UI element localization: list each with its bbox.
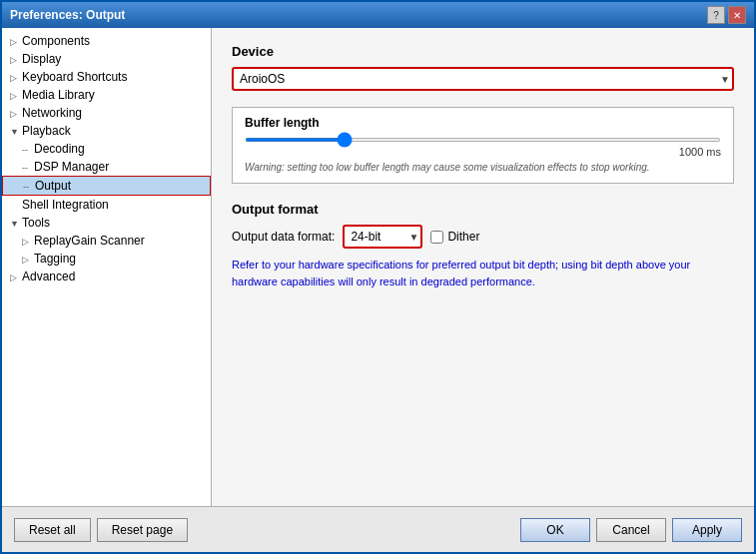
bottom-left-buttons: Reset all Reset page	[14, 518, 188, 542]
output-data-format-label: Output data format:	[232, 230, 335, 244]
buffer-section-title: Buffer length	[245, 116, 721, 130]
sidebar: ▷Components ▷Display ▷Keyboard Shortcuts…	[2, 28, 212, 506]
output-format-section: Output format Output data format: 16-bit…	[232, 202, 734, 289]
sidebar-item-media-library[interactable]: ▷Media Library	[2, 86, 211, 104]
close-button[interactable]: ✕	[728, 6, 746, 24]
output-format-title: Output format	[232, 202, 734, 217]
sidebar-item-output[interactable]: --Output	[2, 176, 211, 196]
main-panel: Device AroioOS ▼ Buffer length 1000 ms W…	[212, 28, 754, 506]
format-dropdown[interactable]: 16-bit 24-bit 32-bit	[343, 225, 422, 249]
window-controls: ? ✕	[707, 6, 746, 24]
sidebar-item-decoding[interactable]: --Decoding	[2, 140, 211, 158]
sidebar-item-replaygain-scanner[interactable]: ▷ReplayGain Scanner	[2, 232, 211, 250]
help-button[interactable]: ?	[707, 6, 725, 24]
sidebar-item-shell-integration[interactable]: Shell Integration	[2, 196, 211, 214]
buffer-length-section: Buffer length 1000 ms Warning: setting t…	[232, 107, 734, 184]
sidebar-item-advanced[interactable]: ▷Advanced	[2, 268, 211, 285]
sidebar-item-dsp-manager[interactable]: --DSP Manager	[2, 158, 211, 176]
content-area: ▷Components ▷Display ▷Keyboard Shortcuts…	[2, 28, 754, 506]
sidebar-item-components[interactable]: ▷Components	[2, 32, 211, 50]
sidebar-item-tagging[interactable]: ▷Tagging	[2, 250, 211, 268]
sidebar-item-networking[interactable]: ▷Networking	[2, 104, 211, 122]
bottom-right-buttons: OK Cancel Apply	[520, 518, 742, 542]
apply-button[interactable]: Apply	[672, 518, 742, 542]
sidebar-item-playback[interactable]: ▼Playback	[2, 122, 211, 140]
buffer-warning: Warning: setting too low buffer length m…	[245, 162, 721, 173]
buffer-slider[interactable]	[245, 138, 721, 142]
format-note: Refer to your hardware specifications fo…	[232, 257, 691, 289]
reset-all-button[interactable]: Reset all	[14, 518, 91, 542]
device-dropdown[interactable]: AroioOS	[232, 67, 734, 91]
preferences-window: Preferences: Output ? ✕ ▷Components ▷Dis…	[0, 0, 756, 554]
reset-page-button[interactable]: Reset page	[97, 518, 188, 542]
dither-row: Dither	[430, 230, 479, 244]
sidebar-item-display[interactable]: ▷Display	[2, 50, 211, 68]
sidebar-item-keyboard-shortcuts[interactable]: ▷Keyboard Shortcuts	[2, 68, 211, 86]
bottom-bar: Reset all Reset page OK Cancel Apply	[2, 506, 754, 552]
window-title: Preferences: Output	[10, 8, 125, 22]
device-section-title: Device	[232, 44, 734, 59]
dither-label: Dither	[447, 230, 479, 244]
cancel-button[interactable]: Cancel	[596, 518, 666, 542]
device-dropdown-wrapper: AroioOS ▼	[232, 67, 734, 91]
buffer-slider-row	[245, 138, 721, 142]
format-row: Output data format: 16-bit 24-bit 32-bit…	[232, 225, 734, 249]
dither-checkbox[interactable]	[430, 231, 443, 244]
ok-button[interactable]: OK	[520, 518, 590, 542]
title-bar: Preferences: Output ? ✕	[2, 2, 754, 28]
sidebar-item-tools[interactable]: ▼Tools	[2, 214, 211, 232]
format-dropdown-wrapper: 16-bit 24-bit 32-bit ▼	[343, 225, 422, 249]
